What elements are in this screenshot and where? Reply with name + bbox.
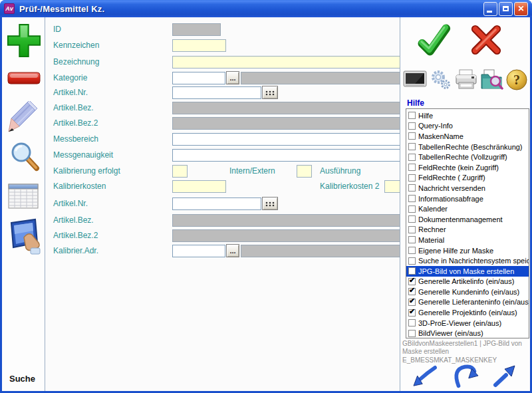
help-button[interactable]: ? [505,68,528,91]
kalibrierkosten-input[interactable] [172,180,226,193]
hilfe-list-item[interactable]: Suche in Nachrichtensystem speich [406,255,529,266]
hilfe-list-item[interactable]: JPG-Bild von Maske erstellen [406,266,529,277]
window-title: Prüf-/Messmittel Kz. [19,4,483,14]
kalibrier-adr-input[interactable] [172,245,225,257]
close-button[interactable]: ✕ [514,2,528,16]
navigate-forward-button[interactable] [492,365,516,388]
checkbox-icon[interactable] [408,112,416,119]
checkbox-icon[interactable] [408,205,416,213]
print-button[interactable] [454,69,478,90]
window-controls: ✕ [483,2,528,16]
artikel-bez2-field [172,117,436,130]
checkbox-icon[interactable] [408,267,416,275]
hilfe-item-label: MaskenName [418,132,464,140]
checkbox-icon[interactable] [408,215,416,223]
document-search-button[interactable] [479,68,503,91]
kategorie-input[interactable] [172,72,225,84]
hilfe-list-item[interactable]: Rechner [406,225,529,235]
kennzeichen-input[interactable] [172,39,226,52]
checkbox-icon[interactable] [408,226,416,233]
checkbox-icon[interactable] [408,309,416,317]
hilfe-item-label: Rechner [418,225,446,233]
arrow-down-left-icon [412,365,438,388]
checkbox-icon[interactable] [408,299,416,306]
field-label-kalibrierkosten2: Kalibrierkosten 2 [320,180,379,193]
add-button[interactable] [6,23,42,60]
checkbox-icon[interactable] [408,319,416,327]
cancel-button[interactable] [469,23,503,57]
kalibrier-adr-lookup-button[interactable]: ... [226,244,239,257]
hilfe-list-item[interactable]: MaskenName [406,131,529,142]
hilfe-list-item[interactable]: 3D-ProE-Viewer (ein/aus) [406,318,529,328]
search-button[interactable] [9,140,41,172]
mask-caption-text: GBildvonMaskeerstellen1 | JPG-Bild von M… [402,340,529,356]
window-system-icon[interactable]: Av [4,3,15,14]
touch-screen-button[interactable] [7,217,43,256]
table-button[interactable] [8,183,39,209]
field-label-ausfuehrung: Ausführung [320,165,360,178]
minimize-icon [487,11,492,13]
checkbox-icon[interactable] [408,278,416,285]
hilfe-list-item[interactable]: Generelle Projektinfo (ein/aus) [406,307,529,318]
checkbox-icon[interactable] [408,184,416,192]
checkbox-icon[interactable] [408,122,416,130]
hilfe-list-item[interactable]: Generelle Kundeninfo (ein/aus) [406,287,529,297]
field-label-kalibrierkosten: Kalibrierkosten [53,180,106,193]
minimize-button[interactable] [483,2,497,16]
hilfe-item-label: Material [418,236,444,244]
hilfe-list-item[interactable]: Eigene Hilfe zur Maske [406,245,529,256]
screen-button[interactable] [403,70,427,90]
hilfe-list-item[interactable]: Generelle Artikelinfo (ein/aus) [406,277,529,287]
artikel-nr-input[interactable] [172,86,261,99]
checkbox-icon[interactable] [408,288,416,295]
refresh-redo-button[interactable] [451,362,479,389]
checkbox-icon[interactable] [408,330,416,337]
hilfe-list-item[interactable]: Query-Info [406,121,529,132]
hilfe-list-item[interactable]: FeldRechte (kein Zugriff) [406,162,529,173]
field-label-artikel-bez2: Artikel.Bez.2 [53,117,98,130]
artikel-bez2-2-field [172,229,436,242]
edit-button[interactable] [7,101,41,134]
settings-button[interactable] [429,68,452,91]
confirm-button[interactable] [415,21,451,59]
checkbox-icon[interactable] [408,247,416,254]
field-label-artikel-bez2-2: Artikel.Bez.2 [53,229,98,242]
hilfe-list-item[interactable]: Informationsabfrage [406,194,529,204]
window-content: Suche ID Kennzeichen Bezeichnung Kategor… [2,17,530,391]
hilfe-list-item[interactable]: Generelle Lieferanteninfo (ein/aus) [406,297,529,308]
checkbox-icon[interactable] [408,132,416,140]
checkbox-icon[interactable] [408,154,416,161]
hilfe-options-list[interactable]: Hilfe Query-Info MaskenName TabellenRech… [406,108,529,338]
checkbox-icon[interactable] [408,164,416,171]
checkbox-icon[interactable] [408,257,416,265]
messgenauigkeit-input[interactable] [172,149,436,162]
artikel-nr-2-lookup-button[interactable] [262,197,278,210]
kategorie-lookup-button[interactable]: ... [226,71,239,84]
hilfe-list-item[interactable]: FeldRechte ( Zugriff) [406,173,529,184]
checkbox-icon[interactable] [408,195,416,202]
maximize-button[interactable] [499,2,513,16]
bezeichnung-input[interactable] [172,56,436,68]
artikel-bez-2-field [172,214,436,227]
hilfe-list-item[interactable]: Dokumentenmanagement [406,214,529,225]
hilfe-list-item[interactable]: BildViewer (ein/aus) [406,328,529,338]
field-label-artikel-bez-2: Artikel.Bez. [53,214,94,227]
checkbox-icon[interactable] [408,236,416,243]
checkbox-icon[interactable] [408,174,416,182]
hilfe-list-item[interactable]: Hilfe [406,110,529,121]
kalibrierung-erfolgt-input[interactable] [172,165,188,178]
intern-extern-input[interactable] [297,165,312,178]
checkbox-icon[interactable] [408,143,416,150]
touch-screen-icon [7,217,43,256]
delete-button[interactable] [7,70,41,86]
hilfe-list-item[interactable]: Material [406,235,529,245]
delete-icon [7,70,41,86]
hilfe-list-item[interactable]: TabellenRechte (Vollzugriff) [406,152,529,162]
artikel-nr-lookup-button[interactable] [262,86,278,99]
hilfe-list-item[interactable]: TabellenRechte (Beschränkung) [406,142,529,152]
artikel-nr-2-input[interactable] [172,197,261,210]
hilfe-list-item[interactable]: Kalender [406,203,529,214]
navigate-back-button[interactable] [412,365,438,388]
messbereich-input[interactable] [172,133,436,146]
hilfe-list-item[interactable]: Nachricht versenden [406,183,529,194]
